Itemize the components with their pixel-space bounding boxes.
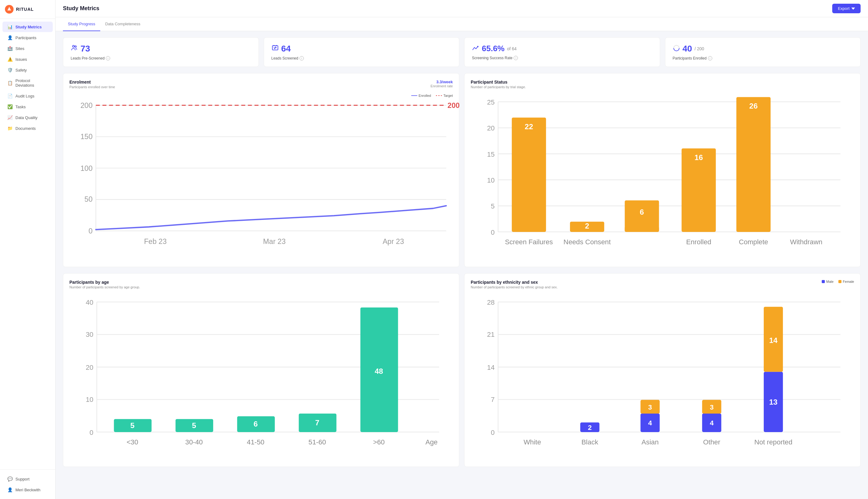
enrolment-chart-title: Enrolment [70,80,115,85]
sidebar-item-label: Protocol Deviations [15,78,48,88]
svg-text:6: 6 [640,208,644,216]
svg-text:10: 10 [86,396,94,403]
ritual-logo-icon [5,5,14,14]
sidebar-item-label: Study Metrics [15,25,42,29]
svg-text:3: 3 [648,403,652,411]
participant-status-title: Participant Status [471,80,854,85]
info-icon[interactable]: i [106,56,110,60]
export-button[interactable]: Export [832,4,860,13]
svg-text:48: 48 [375,367,383,375]
sidebar-item-documents[interactable]: 📁 Documents [2,123,53,134]
svg-text:26: 26 [749,102,758,110]
svg-text:Feb 23: Feb 23 [144,238,167,245]
svg-text:4: 4 [710,419,714,427]
svg-text:Asian: Asian [641,438,659,446]
svg-text:Apr 23: Apr 23 [382,238,404,245]
page-title: Study Metrics [63,5,99,12]
participants-enrolled-suffix: / 200 [695,46,704,51]
sidebar-item-label: Sites [15,46,24,51]
ethnicity-chart-card: Participants by ethnicity and sex Number… [464,273,860,467]
tab-bar: Study Progress Data Completeness [56,17,868,31]
metric-label: Screening Success Rate i [472,56,652,60]
enrolment-chart-card: Enrolment Participants enrolled over tim… [63,73,459,267]
participants-enrolled-value: 40 [683,44,692,54]
enrolment-rate-value: 3.3/week [431,80,453,84]
svg-text:0: 0 [491,229,494,236]
svg-text:20: 20 [487,124,495,132]
data-quality-icon: 📈 [8,115,12,120]
tab-study-progress[interactable]: Study Progress [63,17,100,31]
leads-screened-icon [271,45,279,53]
leads-prescreened-value: 73 [81,44,90,54]
sidebar-item-sites[interactable]: 🏥 Sites [2,43,53,54]
svg-text:200: 200 [81,101,93,109]
svg-text:20: 20 [86,364,94,371]
info-icon[interactable]: i [299,56,304,60]
protocol-deviations-icon: 📋 [8,81,12,85]
sidebar: RITUAL 📊 Study Metrics 👤 Participants 🏥 … [0,0,56,499]
sidebar-item-label: Issues [15,57,27,62]
issues-icon: ⚠️ [8,57,12,62]
info-icon[interactable]: i [708,56,712,60]
sidebar-item-tasks[interactable]: ✅ Tasks [2,101,53,112]
svg-text:14: 14 [769,336,778,344]
logo: RITUAL [0,0,55,19]
screening-rate-suffix: of 64 [507,46,517,51]
svg-text:15: 15 [487,150,495,158]
svg-text:Screen Failures: Screen Failures [505,238,553,246]
sidebar-item-user[interactable]: 👤 Meri Beckwith [2,485,53,495]
participants-icon: 👤 [8,35,12,40]
target-legend-item: Target [436,94,453,97]
enrolment-legend: Enrolled Target [70,94,453,97]
sidebar-item-issues[interactable]: ⚠️ Issues [2,54,53,64]
sidebar-item-safety[interactable]: 🛡️ Safety [2,65,53,75]
sidebar-item-audit-logs[interactable]: 📄 Audit Logs [2,91,53,101]
svg-text:2: 2 [585,222,589,230]
leads-screened-value: 64 [281,44,291,54]
support-icon: 💬 [8,476,12,482]
svg-text:0: 0 [89,429,93,436]
sidebar-item-data-quality[interactable]: 📈 Data Quality [2,112,53,123]
user-name: Meri Beckwith [15,488,40,492]
metric-value: 64 [271,44,452,54]
metric-label: Leads Screened i [271,56,452,60]
tab-data-completeness[interactable]: Data Completeness [100,17,145,31]
study-metrics-icon: 📊 [8,24,12,29]
screening-rate-icon [472,45,479,53]
metric-card-leads-prescreened: 73 Leads Pre-Screened i [63,37,259,67]
metric-card-leads-screened: 64 Leads Screened i [264,37,460,67]
male-legend-item: Male [822,280,833,283]
sidebar-item-protocol-deviations[interactable]: 📋 Protocol Deviations [2,75,53,90]
svg-text:5: 5 [192,421,196,429]
enrolment-chart-subtitle: Participants enrolled over time [70,85,115,89]
svg-text:Age: Age [425,438,437,446]
svg-text:41-50: 41-50 [247,438,264,446]
svg-text:28: 28 [487,299,495,306]
enrolment-chart-svg: 0 50 100 150 200 200 Feb 23 Mar 23 Apr 2… [70,99,453,257]
user-avatar-icon: 👤 [8,487,12,492]
svg-text:10: 10 [487,177,495,184]
svg-text:Complete: Complete [739,238,768,246]
svg-text:22: 22 [525,122,533,131]
sidebar-item-participants[interactable]: 👤 Participants [2,32,53,43]
sidebar-item-support[interactable]: 💬 Support [2,474,53,484]
info-icon[interactable]: i [514,56,518,60]
svg-text:2: 2 [588,424,591,431]
svg-text:Black: Black [582,438,598,446]
safety-icon: 🛡️ [8,68,12,72]
chevron-down-icon [851,7,855,11]
svg-text:Needs Consent: Needs Consent [564,238,611,246]
svg-text:5: 5 [491,202,494,210]
screening-rate-value: 65.6% [482,44,505,53]
enrolment-rate-label: Enrolment rate [431,84,453,88]
main-content: Study Metrics Export Study Progress Data… [56,0,868,499]
participant-status-chart-card: Participant Status Number of participant… [464,73,860,267]
metric-value: 73 [71,44,251,54]
svg-text:16: 16 [695,153,703,162]
export-button-label: Export [838,6,849,11]
ethnicity-legend: Male Female [822,280,854,283]
svg-text:>60: >60 [373,438,384,446]
sidebar-item-study-metrics[interactable]: 📊 Study Metrics [2,22,53,32]
svg-point-3 [75,46,76,48]
svg-text:51-60: 51-60 [308,438,326,446]
